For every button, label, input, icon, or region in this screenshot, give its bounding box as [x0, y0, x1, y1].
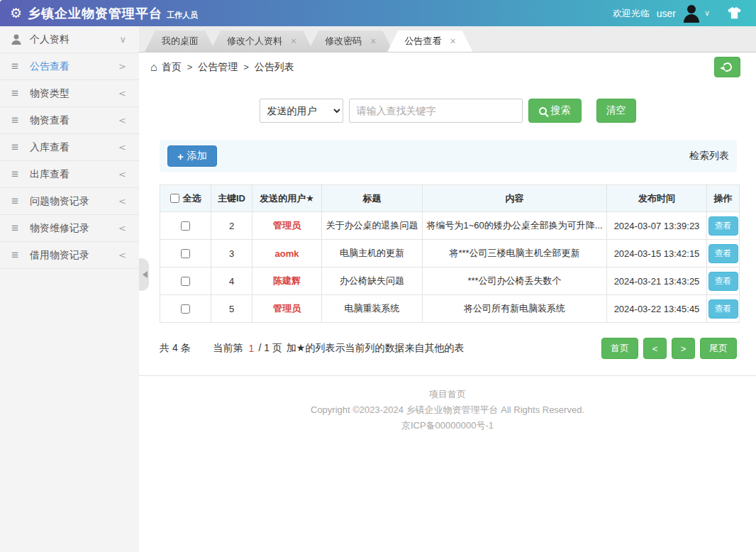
cell-sender: 管理员: [252, 212, 322, 240]
sidebar-item-inbound[interactable]: ≡ 入库查看 <: [0, 134, 139, 161]
cell-id: 3: [211, 240, 252, 267]
sidebar-item-problem-records[interactable]: ≡ 问题物资记录 <: [0, 188, 139, 215]
breadcrumb-separator: >: [187, 62, 193, 72]
sidebar-item-repair-records[interactable]: ≡ 物资维修记录 <: [0, 215, 139, 242]
main-content: 我的桌面 修改个人资料 × 修改密码 × 公告查看 × ⌂ 首页 > 公告管理 …: [139, 26, 756, 552]
col-content: 内容: [423, 185, 607, 212]
page-prefix-text: 当前第: [213, 342, 243, 355]
breadcrumb-separator: >: [243, 62, 249, 72]
search-button[interactable]: 搜索: [528, 99, 582, 123]
first-page-button[interactable]: 首页: [601, 338, 638, 359]
row-checkbox[interactable]: [181, 277, 190, 286]
cell-title: 电脑主机的更新: [322, 240, 423, 267]
total-count-text: 共 4 条: [160, 342, 191, 355]
username-text: user: [657, 8, 676, 19]
view-button[interactable]: 查看: [708, 299, 738, 319]
sidebar-collapse-handle[interactable]: [139, 258, 149, 291]
add-button-label: 添加: [187, 150, 207, 162]
col-action: 操作: [707, 185, 740, 212]
close-icon[interactable]: ×: [450, 36, 455, 46]
sidebar-item-profile[interactable]: 个人资料 ∨: [0, 26, 139, 53]
sidebar-item-label: 出库查看: [30, 168, 118, 181]
breadcrumb-announce-list[interactable]: 公告列表: [255, 61, 294, 74]
sidebar-item-label: 物资查看: [30, 114, 118, 127]
sidebar-item-material-type[interactable]: ≡ 物资类型 <: [0, 80, 139, 107]
chevron-left-icon: <: [118, 196, 126, 206]
close-icon[interactable]: ×: [370, 36, 376, 46]
cell-id: 5: [211, 295, 252, 323]
project-home-link[interactable]: 项目首页: [139, 387, 756, 402]
menu-lines-icon: ≡: [11, 140, 27, 155]
chevron-right-icon: >: [118, 61, 126, 72]
breadcrumb: ⌂ 首页 > 公告管理 > 公告列表: [139, 53, 756, 82]
cell-content: 将编号为1~60的矮办公桌全部换为可升降...: [423, 212, 607, 240]
chevron-left-icon: <: [118, 142, 126, 153]
sidebar-item-label: 公告查看: [30, 60, 118, 73]
tab-bar: 我的桌面 修改个人资料 × 修改密码 × 公告查看 ×: [139, 26, 756, 53]
table-row: 2 管理员 关于办公桌的退换问题 将编号为1~60的矮办公桌全部换为可升降...…: [160, 212, 740, 240]
refresh-button[interactable]: [714, 57, 740, 77]
last-page-button[interactable]: 尾页: [700, 338, 737, 359]
row-checkbox[interactable]: [181, 221, 190, 231]
close-icon[interactable]: ×: [291, 36, 296, 46]
tab-my-desktop[interactable]: 我的桌面: [145, 31, 216, 52]
sidebar-item-borrow-records[interactable]: ≡ 借用物资记录 <: [0, 242, 139, 269]
cell-id: 2: [211, 212, 252, 240]
tab-announcements[interactable]: 公告查看 ×: [387, 31, 472, 52]
add-button[interactable]: + 添加: [167, 145, 217, 167]
sidebar-item-announcements[interactable]: ≡ 公告查看 >: [0, 53, 139, 80]
clear-button[interactable]: 清空: [596, 99, 636, 123]
view-button[interactable]: 查看: [708, 216, 738, 236]
view-button[interactable]: 查看: [708, 272, 738, 291]
chevron-left-icon: <: [118, 115, 126, 126]
sidebar-item-label: 问题物资记录: [30, 195, 118, 208]
user-avatar-icon[interactable]: [683, 4, 700, 23]
cell-title: 关于办公桌的退换问题: [322, 212, 423, 240]
row-checkbox[interactable]: [181, 249, 190, 258]
copyright-text: Copyright ©2023-2024 乡镇企业物资管理平台 All Righ…: [139, 402, 756, 418]
chevron-left-icon: <: [118, 169, 126, 180]
cell-time: 2024-03-22 13:45:45: [607, 295, 707, 323]
app-header: ⚙ 乡镇企业物资管理平台 工作人员 欢迎光临 user ∨: [0, 0, 756, 26]
prev-page-button[interactable]: <: [643, 338, 667, 359]
sidebar-item-material-view[interactable]: ≡ 物资查看 <: [0, 107, 139, 134]
sidebar: 个人资料 ∨ ≡ 公告查看 > ≡ 物资类型 < ≡ 物资查看 < ≡ 入库查看…: [0, 26, 139, 552]
search-icon: [539, 107, 547, 115]
tab-change-password[interactable]: 修改密码 ×: [308, 31, 393, 52]
cell-time: 2024-03-21 13:43:25: [607, 267, 707, 295]
search-input[interactable]: [349, 99, 523, 123]
sidebar-item-outbound[interactable]: ≡ 出库查看 <: [0, 161, 139, 188]
search-field-select[interactable]: 发送的用户: [260, 99, 343, 123]
sidebar-item-label: 物资类型: [30, 87, 118, 100]
tab-edit-profile[interactable]: 修改个人资料 ×: [210, 31, 313, 52]
panel-title: 检索列表: [689, 150, 729, 162]
menu-lines-icon: ≡: [11, 167, 27, 182]
tab-label: 我的桌面: [162, 35, 199, 48]
page-suffix-text: / 1 页: [258, 342, 282, 355]
menu-lines-icon: ≡: [11, 87, 27, 101]
star-note-text: 加★的列表示当前列的数据来自其他的表: [287, 342, 465, 355]
select-all-checkbox[interactable]: [170, 194, 179, 203]
view-button[interactable]: 查看: [708, 244, 738, 263]
cell-title: 电脑重装系统: [322, 295, 423, 323]
table-header-row: 全选 主键ID 发送的用户★ 标题 内容 发布时间 操作: [160, 185, 740, 212]
home-icon: ⌂: [150, 61, 157, 74]
cell-content: 将公司所有新电脑装系统: [423, 295, 607, 323]
breadcrumb-home[interactable]: 首页: [162, 61, 182, 74]
tab-label: 修改个人资料: [227, 35, 282, 48]
table-row: 4 陈建辉 办公椅缺失问题 ***公司办公椅丢失数个 2024-03-21 13…: [160, 267, 740, 295]
list-panel-header: + 添加 检索列表: [160, 140, 737, 172]
cell-id: 4: [211, 267, 252, 295]
sidebar-item-label: 个人资料: [30, 33, 119, 46]
pagination: 共 4 条 当前第 1 / 1 页 加★的列表示当前列的数据来自其他的表 首页 …: [160, 338, 737, 359]
chevron-down-icon[interactable]: ∨: [704, 9, 710, 18]
theme-shirt-icon[interactable]: [727, 7, 742, 19]
breadcrumb-announce-mgmt[interactable]: 公告管理: [198, 61, 238, 74]
plus-icon: +: [177, 150, 184, 162]
app-title: 乡镇企业物资管理平台: [28, 5, 162, 22]
page-footer: 项目首页 Copyright ©2023-2024 乡镇企业物资管理平台 All…: [139, 376, 756, 434]
row-checkbox[interactable]: [181, 304, 190, 314]
sidebar-item-label: 入库查看: [30, 141, 118, 154]
next-page-button[interactable]: >: [672, 338, 695, 359]
search-button-label: 搜索: [551, 104, 571, 117]
